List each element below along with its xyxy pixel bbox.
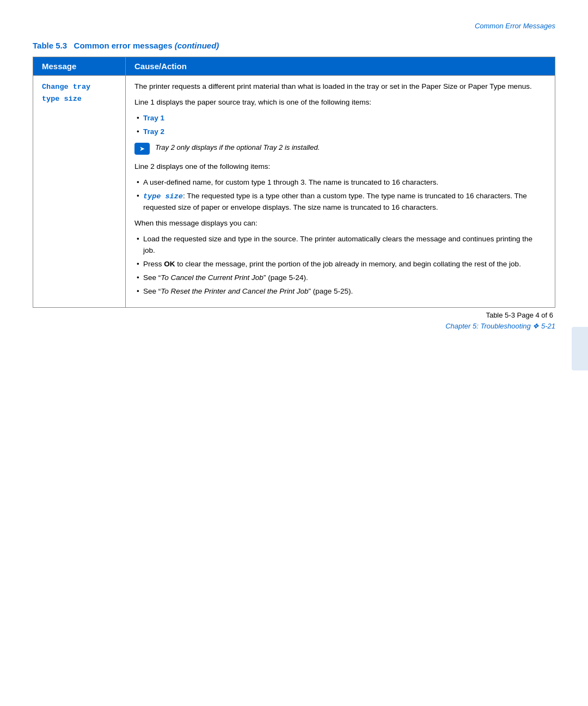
tray2-item: Tray 2 xyxy=(134,126,546,138)
bullet2-text: : The requested type is a type other tha… xyxy=(143,192,527,212)
action4-suffix: ” (page 5-25). xyxy=(308,287,353,295)
para4: When this message displays you can: xyxy=(134,218,546,229)
line2-bullet2: type size: The requested type is a type … xyxy=(134,191,546,214)
table-footer: Table 5-3 Page 4 of 6 xyxy=(33,308,555,319)
cause-action-cell: The printer requests a different print m… xyxy=(126,76,555,308)
table-title-main: Common error messages xyxy=(74,41,173,50)
para2: Line 1 displays the paper source tray, w… xyxy=(134,97,546,108)
action2-bold: OK xyxy=(164,260,175,268)
action2-prefix: Press xyxy=(143,260,164,268)
message-cell: Change tray type size xyxy=(33,76,126,308)
note-icon xyxy=(134,143,150,155)
table-title-prefix: Table 5.3 xyxy=(33,41,67,50)
message-line1: Change tray xyxy=(42,83,90,91)
page-footer: Chapter 5: Troubleshooting ❖ 5-21 xyxy=(445,322,555,330)
tray2-label: Tray 2 xyxy=(143,127,164,136)
tray1-item: Tray 1 xyxy=(134,113,546,124)
message-line2: type size xyxy=(42,95,82,103)
col-header-message: Message xyxy=(33,57,126,76)
section-title-text: Common Error Messages xyxy=(475,22,555,30)
action-list: Load the requested size and type in the … xyxy=(134,234,546,297)
error-messages-table: Message Cause/Action Change tray type si… xyxy=(33,57,555,308)
line2-list: A user-defined name, for custom type 1 t… xyxy=(134,177,546,214)
action2-text: to clear the message, print the portion … xyxy=(175,260,521,268)
tab-decoration xyxy=(572,327,588,370)
action3-prefix: See “ xyxy=(143,273,161,282)
note-box: Tray 2 only displays if the optional Tra… xyxy=(134,142,546,155)
tray-list: Tray 1 Tray 2 xyxy=(134,113,546,138)
line2-bullet1: A user-defined name, for custom type 1 t… xyxy=(134,177,546,188)
action1-item: Load the requested size and type in the … xyxy=(134,234,546,257)
action3-suffix: ” (page 5-24). xyxy=(264,273,308,282)
table-row: Change tray type size The printer reques… xyxy=(33,76,555,308)
action4-item: See “To Reset the Printer and Cancel the… xyxy=(134,286,546,297)
table-title: Table 5.3 Common error messages (continu… xyxy=(33,41,555,50)
header-section-title: Common Error Messages xyxy=(33,22,555,30)
action3-italic: To Cancel the Current Print Job xyxy=(161,273,264,282)
table-title-suffix: (continued) xyxy=(175,41,219,50)
action4-italic: To Reset the Printer and Cancel the Prin… xyxy=(161,287,308,295)
note-text: Tray 2 only displays if the optional Tra… xyxy=(155,142,320,153)
para1: The printer requests a different print m… xyxy=(134,81,546,93)
table-header-row: Message Cause/Action xyxy=(33,57,555,76)
action2-item: Press OK to clear the message, print the… xyxy=(134,259,546,270)
action4-prefix: See “ xyxy=(143,287,161,295)
tray1-label: Tray 1 xyxy=(143,114,164,122)
bullet2-code: type size xyxy=(143,192,183,200)
page-container: Common Error Messages Table 5.3 Common e… xyxy=(0,0,588,352)
para3: Line 2 displays one of the following ite… xyxy=(134,161,546,173)
action3-item: See “To Cancel the Current Print Job” (p… xyxy=(134,272,546,284)
col-header-cause-action: Cause/Action xyxy=(126,57,555,76)
